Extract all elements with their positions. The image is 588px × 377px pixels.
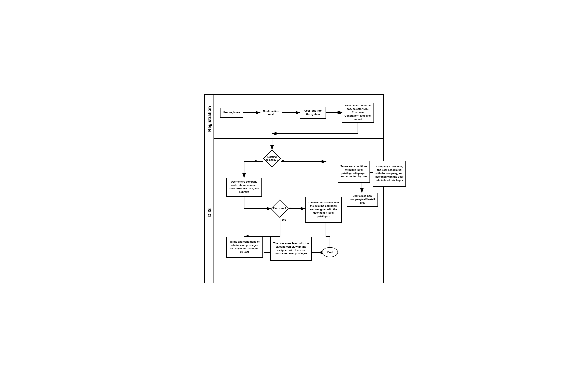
user-enters-company-box: User enters company code, phone number, … — [226, 177, 262, 197]
user-logs-in-box: User logs into the system — [300, 106, 326, 118]
yes-existing-label: Yes — [255, 160, 259, 163]
main-section: User registers Confirmation email User l… — [214, 94, 383, 283]
first-user-diamond: First user ? — [271, 200, 288, 218]
no-existing-label: No — [282, 160, 285, 163]
diagram-wrapper: Registration DIIS — [204, 94, 384, 283]
no-first-label: No — [290, 207, 293, 210]
diis-arrows — [214, 139, 383, 283]
user-clicks-new-company-box: User clicks new company/self-install lin… — [347, 193, 378, 207]
user-associated-contractor-box: The user associated with the existing co… — [270, 236, 312, 261]
user-clicks-enroll-box: User clicks on enroll tab, selects "DIIS… — [342, 103, 374, 123]
registration-area: User registers Confirmation email User l… — [214, 94, 383, 139]
terms-admin-lower-box: Terms and conditions of admin-level priv… — [226, 236, 263, 258]
yes-first-label: Yes — [282, 218, 286, 221]
end-oval: End — [322, 247, 338, 257]
user-registers-box: User registers — [220, 108, 243, 118]
company-id-creation-box: Company ID creation, the user associated… — [373, 161, 406, 187]
user-associated-existing-no-box: The user associated with the existing co… — [305, 197, 342, 223]
confirmation-email-label: Confirmation email — [260, 110, 282, 116]
terms-admin-upper-box: Terms and conditions of admin-level priv… — [338, 161, 370, 183]
diis-label: DIIS — [205, 143, 213, 283]
existing-company-diamond: Existing company ? — [263, 150, 281, 168]
registration-label: Registration — [205, 94, 213, 143]
diis-area: Existing company ? Yes No User enters co… — [214, 139, 383, 283]
